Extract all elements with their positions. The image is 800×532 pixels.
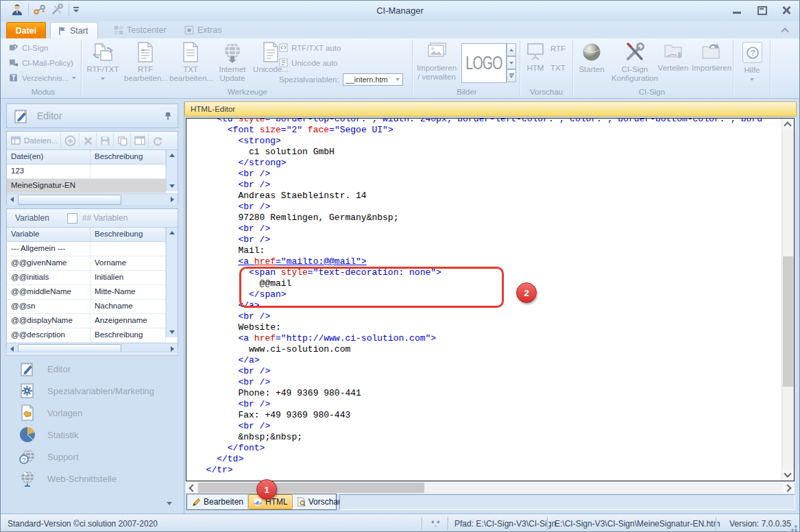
editor-vertical-scrollbar[interactable] xyxy=(781,119,794,481)
nav-item-statistik[interactable]: Statistik xyxy=(6,424,178,446)
column-header[interactable]: Beschreibung xyxy=(90,228,166,241)
code-line[interactable]: <br /> xyxy=(195,377,781,388)
code-line[interactable]: 97280 Remlingen, Germany&nbsp; xyxy=(195,213,781,223)
tab-testcenter[interactable]: Testcenter xyxy=(107,22,173,38)
rtf-txt-auto-toggle[interactable]: RTF/TXT auto xyxy=(279,43,341,52)
table-cell[interactable]: @@middleName xyxy=(7,285,90,299)
table-cell[interactable]: Mitte-Name xyxy=(90,285,166,299)
refresh-button[interactable] xyxy=(149,133,166,148)
add-file-button[interactable] xyxy=(62,133,80,148)
table-cell[interactable]: 123 xyxy=(7,165,90,178)
txt-vorschau-button[interactable]: TXT xyxy=(550,64,566,72)
code-line[interactable]: Website: xyxy=(195,322,781,333)
table-row[interactable]: 123 xyxy=(7,165,166,179)
code-line[interactable]: <br /> xyxy=(195,180,781,191)
table-row[interactable]: @@givenNameVorname xyxy=(7,256,166,271)
table-cell[interactable]: @@sn xyxy=(7,300,90,313)
code-line[interactable]: Phone: +49 9369 980-441 xyxy=(195,388,781,399)
nav-item-editor[interactable]: Editor xyxy=(6,358,178,380)
table-cell[interactable]: Beschreibung xyxy=(90,328,166,342)
code-line[interactable]: </tr> xyxy=(195,465,781,476)
logo-gallery[interactable]: LOGO xyxy=(461,43,507,83)
table-cell[interactable]: @@initials xyxy=(7,271,90,285)
code-line[interactable]: Mail: xyxy=(195,245,781,256)
nav-item-support[interactable]: ? Support xyxy=(6,446,178,468)
tab-extras[interactable]: Extras xyxy=(178,22,228,38)
verzeichnis-button[interactable]: Verzeichnis... xyxy=(9,73,76,82)
resize-grip[interactable] xyxy=(789,523,797,531)
code-line[interactable]: www.ci-solution.com xyxy=(195,344,781,355)
internet-update-button[interactable]: InternetUpdate xyxy=(215,41,250,86)
table-row[interactable]: @@displayNameAnzeigenname xyxy=(7,314,166,328)
code-line[interactable]: <br /> xyxy=(195,202,781,213)
gallery-up-button[interactable] xyxy=(507,43,516,56)
scrollbar-thumb[interactable] xyxy=(198,483,424,493)
editor-horizontal-scrollbar[interactable] xyxy=(186,482,795,494)
code-line[interactable]: </td> xyxy=(195,454,781,465)
code-line[interactable]: <a href="mailto:@@mail"> xyxy=(195,256,781,267)
table-cell[interactable]: Nachname xyxy=(90,300,166,313)
nav-item-web-schnittstelle[interactable]: Web-Schnittstelle xyxy=(6,468,178,489)
htm-vorschau-button[interactable]: HTM xyxy=(523,41,548,86)
table-cell[interactable]: @@description xyxy=(7,328,90,342)
spezialvariablen-select[interactable]: __intern.htm xyxy=(343,73,403,86)
code-line[interactable]: </font> xyxy=(195,443,781,454)
column-header[interactable]: Beschreibung xyxy=(90,150,166,164)
table-cell[interactable]: @@displayName xyxy=(7,314,90,328)
column-header[interactable]: Variable xyxy=(7,228,90,241)
code-line[interactable]: <strong> xyxy=(195,136,781,147)
dateien-button[interactable]: Dateien... xyxy=(8,133,61,148)
nav-item-vorlagen[interactable]: Vorlagen xyxy=(6,402,178,424)
variables-checkbox[interactable] xyxy=(67,213,77,223)
table-row[interactable]: @@initialsInitialien xyxy=(7,271,166,285)
scrollbar-thumb[interactable] xyxy=(783,256,793,387)
code-line[interactable]: &nbsp;&nbsp; xyxy=(195,432,781,443)
minimize-button[interactable] xyxy=(732,6,742,14)
code-line[interactable]: <br /> xyxy=(195,421,781,432)
table-row[interactable]: @@descriptionBeschreibung xyxy=(7,328,166,343)
nav-item-spezialvariablen[interactable]: Spezialvariablen/Marketing xyxy=(6,380,178,402)
bilder-importieren-button[interactable]: Importieren/ verwalten xyxy=(415,41,458,86)
table-row[interactable]: @@snNachname xyxy=(7,300,166,314)
sidebar-splitter[interactable] xyxy=(6,352,178,356)
close-button[interactable] xyxy=(781,6,791,14)
pin-icon[interactable] xyxy=(164,112,172,121)
tab-bearbeiten[interactable]: Bearbeiten xyxy=(188,495,248,509)
tab-start[interactable]: Start xyxy=(50,22,98,38)
unicode-auto-toggle[interactable]: Unicode auto xyxy=(279,58,338,67)
table-cell[interactable]: MeineSignatur-EN xyxy=(7,179,90,193)
collapse-ribbon-icon[interactable] xyxy=(781,27,788,33)
gallery-down-button[interactable] xyxy=(507,56,516,69)
table-row[interactable]: MeineSignatur-EN xyxy=(7,179,166,193)
table-cell[interactable] xyxy=(90,242,166,256)
scroll-left-button[interactable] xyxy=(186,482,197,494)
table-cell[interactable]: Vorname xyxy=(90,256,166,270)
nav-collapse-icon[interactable] xyxy=(167,502,172,505)
table-cell[interactable]: @@givenName xyxy=(7,256,90,270)
column-header[interactable]: Datei(en) xyxy=(7,150,90,164)
table-cell[interactable] xyxy=(90,179,166,193)
code-line[interactable]: <td style="border-top-color: ; width: 24… xyxy=(195,118,781,125)
ci-sign-mode-button[interactable]: CI-Sign xyxy=(9,43,48,52)
tab-vorschau[interactable]: Vorschau xyxy=(293,495,347,509)
code-line[interactable]: <br /> xyxy=(195,234,781,245)
table-row[interactable]: @@middleNameMitte-Name xyxy=(7,285,166,300)
starten-button[interactable]: Starten xyxy=(575,41,608,86)
copy-file-button[interactable] xyxy=(114,133,131,148)
rtf-vorschau-button[interactable]: RTF xyxy=(550,45,566,53)
code-line[interactable]: Andreas Staebleinstr. 14 xyxy=(195,191,781,202)
code-line[interactable]: <br /> xyxy=(195,311,781,322)
code-line[interactable]: <font size="2" face="Segoe UI"> xyxy=(195,125,781,136)
rtf-txt-button[interactable]: RTF/TXT xyxy=(84,41,121,86)
code-line[interactable]: </a> xyxy=(195,355,781,366)
scroll-right-button[interactable] xyxy=(783,482,795,494)
scroll-up-button[interactable] xyxy=(782,119,794,130)
rtf-bearbeiten-button[interactable]: RTFbearbeiten... xyxy=(124,41,167,86)
cisign-importieren-button[interactable]: Importieren xyxy=(692,41,730,86)
code-line[interactable]: <br /> xyxy=(195,169,781,180)
ci-mail-policy-button[interactable]: CI-Mail-Policy) xyxy=(9,58,73,67)
variables-vertical-scrollbar[interactable] xyxy=(166,228,178,337)
hilfe-button[interactable]: ? xyxy=(742,42,762,63)
code-line[interactable]: <a href="http://www.ci-solution.com"> xyxy=(195,333,781,344)
table-cell[interactable] xyxy=(90,165,166,178)
